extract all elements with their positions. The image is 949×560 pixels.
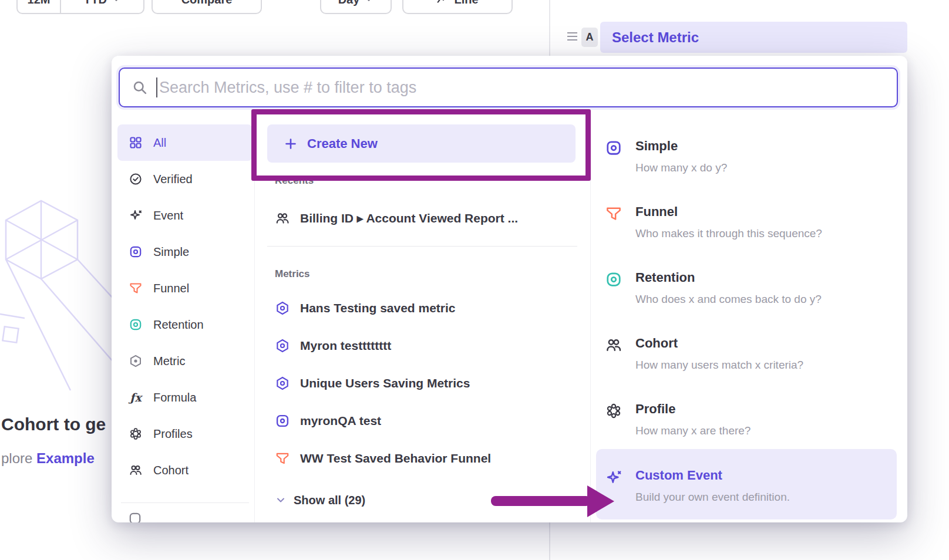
verified-icon xyxy=(128,171,143,187)
sidebar-item-label: Formula xyxy=(153,391,196,404)
board-icon xyxy=(275,413,290,429)
text-caret xyxy=(156,77,157,97)
sidebar-item-cohort[interactable]: Cohort xyxy=(117,452,253,488)
canvas-explore-text: plore Example xyxy=(1,450,95,467)
chevron-down-icon xyxy=(275,494,287,506)
sidebar-item-label: All xyxy=(153,136,166,150)
recent-item[interactable]: Billing ID ▸ Account Viewed Report ... xyxy=(275,204,518,233)
cohort-people-icon xyxy=(128,463,143,478)
metric-item-label: WW Test Saved Behavior Funnel xyxy=(300,451,491,465)
type-item-custom-event[interactable]: Custom Event Build your own event defini… xyxy=(596,449,897,519)
type-desc: Who does x and comes back to do y? xyxy=(635,293,822,306)
funnel-icon xyxy=(128,281,143,296)
profiles-flower-icon xyxy=(605,402,622,420)
search-icon xyxy=(132,79,148,96)
sidebar-item-metric[interactable]: Metric xyxy=(117,343,253,379)
metric-hexagon-icon xyxy=(275,301,290,316)
metric-picker-modal: All Verified Event Simple Funnel xyxy=(112,56,907,522)
type-title: Funnel xyxy=(635,204,822,220)
sidebar-item-label: Verified xyxy=(153,173,193,186)
type-title: Profile xyxy=(635,402,751,417)
compare-button[interactable]: Compare xyxy=(152,0,262,14)
select-metric-field[interactable]: Select Metric xyxy=(600,22,907,53)
funnel-icon xyxy=(275,451,290,466)
sidebar-item-label: Funnel xyxy=(153,282,189,295)
sidebar-item-retention[interactable]: Retention xyxy=(117,306,253,343)
retention-icon xyxy=(128,317,143,332)
plus-icon xyxy=(284,137,298,151)
grid-icon xyxy=(128,135,143,150)
sidebar-partial-item[interactable] xyxy=(117,511,253,522)
middle-column-divider xyxy=(590,117,591,522)
sidebar-item-verified[interactable]: Verified xyxy=(117,161,253,197)
type-item-profile[interactable]: Profile How many x are there? xyxy=(596,402,897,437)
metric-search-box[interactable] xyxy=(119,68,898,107)
metric-list-item[interactable]: myronQA test xyxy=(275,406,381,436)
sidebar-item-label: Simple xyxy=(153,245,189,259)
type-desc: Build your own event definition. xyxy=(635,491,790,504)
sidebar-item-label: Profiles xyxy=(153,427,193,441)
explore-prefix: plore xyxy=(1,450,36,466)
metric-list-item[interactable]: Unique Users Saving Metrics xyxy=(275,369,470,398)
type-desc: How many x do y? xyxy=(635,161,727,174)
sidebar-item-label: Retention xyxy=(153,318,204,332)
type-desc: How many users match x criteria? xyxy=(635,359,803,372)
type-title: Simple xyxy=(635,139,727,154)
cohort-people-icon xyxy=(275,211,290,226)
retention-icon xyxy=(605,271,622,288)
range-ytd-button[interactable]: YTD xyxy=(61,0,143,13)
line-chart-icon xyxy=(436,0,449,6)
metric-row-badge: A xyxy=(581,28,598,47)
sidebar-item-all[interactable]: All xyxy=(117,124,253,161)
metrics-header: Metrics xyxy=(275,268,310,280)
date-range-segmented-control: 12M YTD xyxy=(16,0,144,14)
drag-handle-icon[interactable] xyxy=(567,32,577,43)
chart-type-line-button[interactable]: Line xyxy=(402,0,513,14)
type-desc: How many x are there? xyxy=(635,424,751,437)
type-item-simple[interactable]: Simple How many x do y? xyxy=(596,139,897,174)
type-desc: Who makes it through this sequence? xyxy=(635,227,822,240)
metric-item-label: Myron testttttttt xyxy=(300,339,391,353)
sidebar-item-funnel[interactable]: Funnel xyxy=(117,270,253,306)
canvas-heading: Cohort to ge xyxy=(1,414,106,434)
metric-item-label: Hans Testing saved metric xyxy=(300,301,456,315)
recent-item-label: Billing ID ▸ Account Viewed Report ... xyxy=(300,211,518,225)
type-item-cohort[interactable]: Cohort How many users match x criteria? xyxy=(596,336,897,372)
search-input[interactable] xyxy=(159,79,885,97)
type-item-funnel[interactable]: Funnel Who makes it through this sequenc… xyxy=(596,204,897,240)
annotation-arrow-head xyxy=(587,485,614,517)
sidebar-divider xyxy=(121,502,249,503)
sidebar-item-profiles[interactable]: Profiles xyxy=(117,416,253,452)
metric-hexagon-icon xyxy=(128,353,143,369)
custom-event-sparkle-icon xyxy=(605,468,622,486)
granularity-day-button[interactable]: Day xyxy=(320,0,392,14)
sidebar-item-event[interactable]: Event xyxy=(117,197,253,234)
metric-item-label: myronQA test xyxy=(300,414,381,428)
sidebar-item-formula[interactable]: ƒx Formula xyxy=(117,379,253,416)
sidebar-item-label: Event xyxy=(153,209,183,222)
profiles-flower-icon xyxy=(128,426,143,441)
show-all-label: Show all (29) xyxy=(294,494,365,507)
metric-list-item[interactable]: Myron testttttttt xyxy=(275,331,391,360)
chevron-down-icon xyxy=(112,0,121,4)
type-title: Retention xyxy=(635,270,822,285)
metric-item-label: Unique Users Saving Metrics xyxy=(300,376,470,390)
simple-icon xyxy=(605,139,622,157)
type-item-retention[interactable]: Retention Who does x and comes back to d… xyxy=(596,270,897,306)
filter-sidebar: All Verified Event Simple Funnel xyxy=(117,124,253,522)
sidebar-column-divider xyxy=(254,117,255,522)
show-all-button[interactable]: Show all (29) xyxy=(275,487,365,513)
chevron-down-icon xyxy=(364,0,373,4)
metric-list-item[interactable]: WW Test Saved Behavior Funnel xyxy=(275,444,491,473)
clipped-icon xyxy=(128,511,142,522)
example-link[interactable]: Example xyxy=(36,450,95,466)
event-sparkle-icon xyxy=(128,208,143,223)
sidebar-item-label: Metric xyxy=(153,355,185,368)
sidebar-item-simple[interactable]: Simple xyxy=(117,234,253,270)
type-title: Cohort xyxy=(635,336,803,351)
create-new-button[interactable]: Create New xyxy=(267,124,576,163)
annotation-arrow-shaft xyxy=(491,496,591,506)
range-12m-button[interactable]: 12M xyxy=(18,0,60,13)
funnel-icon xyxy=(605,205,622,222)
metric-list-item[interactable]: Hans Testing saved metric xyxy=(275,294,456,323)
